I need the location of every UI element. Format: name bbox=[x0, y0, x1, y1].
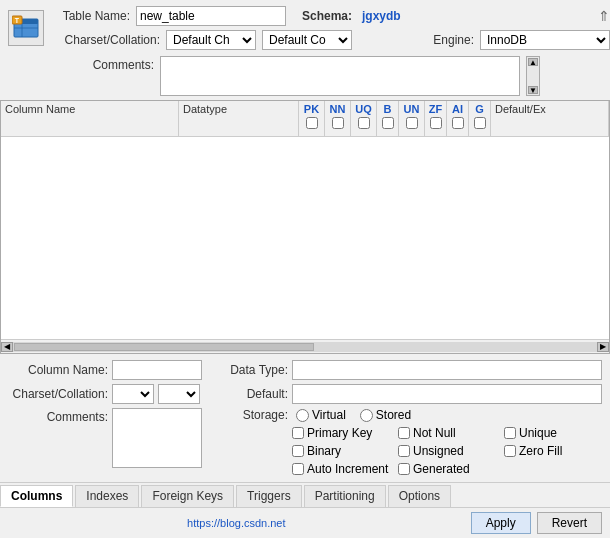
comments-detail-label: Comments: bbox=[8, 408, 108, 424]
stored-radio[interactable] bbox=[360, 409, 373, 422]
b-checkbox-label: Binary bbox=[307, 444, 341, 458]
pk-checkbox-item[interactable]: Primary Key bbox=[292, 426, 390, 440]
col-nn-header: NN bbox=[325, 101, 351, 136]
col-un-checkbox[interactable] bbox=[406, 117, 418, 129]
charset-detail-row: Charset/Collation: bbox=[8, 384, 208, 404]
scroll-down-arrow[interactable]: ▼ bbox=[528, 86, 538, 94]
nn-checkbox-label: Not Null bbox=[413, 426, 456, 440]
charset-select[interactable]: Default Ch bbox=[166, 30, 256, 50]
main-container: T Table Name: Schema: jgxydb ⇑ Charset/C… bbox=[0, 0, 610, 538]
engine-select[interactable]: InnoDB bbox=[480, 30, 610, 50]
comments-textarea[interactable] bbox=[160, 56, 520, 96]
uq-checkbox[interactable] bbox=[504, 427, 516, 439]
table-svg-icon: T bbox=[12, 14, 40, 42]
column-name-detail-input[interactable] bbox=[112, 360, 202, 380]
tab-foreign-keys[interactable]: Foreign Keys bbox=[141, 485, 234, 507]
col-ai-label: AI bbox=[452, 103, 463, 115]
tab-triggers[interactable]: Triggers bbox=[236, 485, 302, 507]
storage-label: Storage: bbox=[218, 408, 288, 422]
b-checkbox[interactable] bbox=[292, 445, 304, 457]
stored-label: Stored bbox=[376, 408, 411, 422]
storage-row: Storage: Virtual Stored bbox=[218, 408, 602, 422]
table-name-input[interactable] bbox=[136, 6, 286, 26]
col-name-header: Column Name bbox=[1, 101, 179, 136]
col-g-label: G bbox=[475, 103, 484, 115]
col-datatype-header: Datatype bbox=[179, 101, 299, 136]
pk-checkbox[interactable] bbox=[292, 427, 304, 439]
col-default-label: Default/Ex bbox=[495, 103, 546, 115]
checkbox-grid: Primary Key Not Null Unique Binary Unsig… bbox=[292, 426, 602, 476]
charset-detail-select[interactable] bbox=[112, 384, 154, 404]
col-nn-label: NN bbox=[330, 103, 346, 115]
ai-checkbox-label: Auto Increment bbox=[307, 462, 388, 476]
h-scrollbar-track[interactable] bbox=[13, 342, 597, 352]
virtual-label: Virtual bbox=[312, 408, 346, 422]
scroll-right-arrow[interactable]: ▶ bbox=[597, 342, 609, 352]
zf-checkbox[interactable] bbox=[504, 445, 516, 457]
col-ai-header: AI bbox=[447, 101, 469, 136]
default-input[interactable] bbox=[292, 384, 602, 404]
uq-checkbox-item[interactable]: Unique bbox=[504, 426, 602, 440]
svg-text:T: T bbox=[15, 17, 20, 24]
table-name-fields: Table Name: Schema: jgxydb ⇑ Charset/Col… bbox=[50, 6, 610, 50]
virtual-radio[interactable] bbox=[296, 409, 309, 422]
col-name-detail-label: Column Name: bbox=[8, 363, 108, 377]
scroll-left-arrow[interactable]: ◀ bbox=[1, 342, 13, 352]
bottom-left-panel: Column Name: Charset/Collation: Comments… bbox=[8, 360, 208, 476]
data-type-input[interactable] bbox=[292, 360, 602, 380]
collation-select[interactable]: Default Co bbox=[262, 30, 352, 50]
data-type-label: Data Type: bbox=[218, 363, 288, 377]
col-b-header: B bbox=[377, 101, 399, 136]
default-label: Default: bbox=[218, 387, 288, 401]
schema-label: Schema: bbox=[302, 9, 352, 23]
un-checkbox[interactable] bbox=[398, 445, 410, 457]
url-text: https://blog.csdn.net bbox=[8, 517, 465, 529]
ai-checkbox[interactable] bbox=[292, 463, 304, 475]
comments-detail-row: Comments: bbox=[8, 408, 208, 468]
col-uq-checkbox[interactable] bbox=[358, 117, 370, 129]
g-checkbox-item[interactable]: Generated bbox=[398, 462, 496, 476]
col-ai-checkbox[interactable] bbox=[452, 117, 464, 129]
h-scrollbar-thumb[interactable] bbox=[14, 343, 314, 351]
col-pk-checkbox[interactable] bbox=[306, 117, 318, 129]
col-zf-checkbox[interactable] bbox=[430, 117, 442, 129]
tab-indexes[interactable]: Indexes bbox=[75, 485, 139, 507]
storage-radio-group: Virtual Stored bbox=[296, 408, 411, 422]
un-checkbox-item[interactable]: Unsigned bbox=[398, 444, 496, 458]
col-b-checkbox[interactable] bbox=[382, 117, 394, 129]
tab-partitioning[interactable]: Partitioning bbox=[304, 485, 386, 507]
zf-checkbox-item[interactable]: Zero Fill bbox=[504, 444, 602, 458]
apply-button[interactable]: Apply bbox=[471, 512, 531, 534]
column-table-body bbox=[1, 137, 609, 339]
collation-detail-select[interactable] bbox=[158, 384, 200, 404]
comments-scrollbar[interactable]: ▲ ▼ bbox=[526, 56, 540, 96]
b-checkbox-item[interactable]: Binary bbox=[292, 444, 390, 458]
zf-checkbox-label: Zero Fill bbox=[519, 444, 562, 458]
uq-checkbox-label: Unique bbox=[519, 426, 557, 440]
col-g-checkbox[interactable] bbox=[474, 117, 486, 129]
nn-checkbox-item[interactable]: Not Null bbox=[398, 426, 496, 440]
tab-columns[interactable]: Columns bbox=[0, 485, 73, 507]
comments-label: Comments: bbox=[44, 56, 154, 72]
virtual-radio-item[interactable]: Virtual bbox=[296, 408, 346, 422]
ai-checkbox-item[interactable]: Auto Increment bbox=[292, 462, 390, 476]
comments-detail-textarea[interactable] bbox=[112, 408, 202, 468]
col-nn-checkbox[interactable] bbox=[332, 117, 344, 129]
un-checkbox-label: Unsigned bbox=[413, 444, 464, 458]
table-name-label: Table Name: bbox=[50, 9, 130, 23]
tab-options[interactable]: Options bbox=[388, 485, 451, 507]
bottom-panel: Column Name: Charset/Collation: Comments… bbox=[0, 354, 610, 482]
revert-button[interactable]: Revert bbox=[537, 512, 602, 534]
collapse-icon[interactable]: ⇑ bbox=[598, 8, 610, 24]
nn-checkbox[interactable] bbox=[398, 427, 410, 439]
scroll-up-arrow[interactable]: ▲ bbox=[528, 58, 538, 66]
col-zf-label: ZF bbox=[429, 103, 442, 115]
table-name-row: T Table Name: Schema: jgxydb ⇑ Charset/C… bbox=[8, 6, 602, 50]
engine-label: Engine: bbox=[364, 33, 474, 47]
charset-row: Charset/Collation: Default Ch Default Co… bbox=[50, 30, 610, 50]
charset-detail-label: Charset/Collation: bbox=[8, 387, 108, 401]
col-uq-label: UQ bbox=[355, 103, 372, 115]
stored-radio-item[interactable]: Stored bbox=[360, 408, 411, 422]
bottom-right-panel: Data Type: Default: Storage: Virtual bbox=[218, 360, 602, 476]
g-checkbox[interactable] bbox=[398, 463, 410, 475]
